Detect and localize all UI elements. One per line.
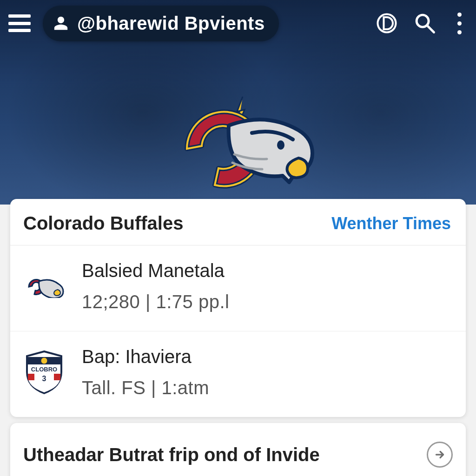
svg-rect-7 bbox=[54, 374, 60, 380]
team-name: Colorado Buffales bbox=[23, 213, 183, 234]
svg-text:3: 3 bbox=[42, 375, 46, 383]
row-meta: 12;280 | 1:75 pp.l bbox=[82, 291, 229, 312]
row-title: Bap: Ihaviera bbox=[82, 346, 209, 367]
team-logo bbox=[159, 93, 317, 200]
row-title: Balsied Manetala bbox=[82, 260, 229, 281]
search-icon[interactable] bbox=[412, 10, 438, 36]
svg-point-3 bbox=[277, 140, 284, 150]
search-text: @bharewid Bpvients bbox=[77, 13, 265, 34]
more-icon[interactable] bbox=[450, 13, 469, 34]
arrow-right-icon[interactable] bbox=[427, 442, 453, 468]
row-team-logo bbox=[23, 275, 65, 298]
top-bar: @bharewid Bpvients bbox=[0, 0, 476, 46]
menu-icon[interactable] bbox=[8, 14, 31, 32]
hero-banner: @bharewid Bpvients bbox=[0, 0, 476, 205]
person-icon bbox=[53, 15, 69, 31]
svg-line-2 bbox=[428, 26, 434, 33]
svg-point-1 bbox=[416, 15, 429, 27]
svg-rect-6 bbox=[28, 374, 34, 380]
wenther-times-link[interactable]: Wenther Times bbox=[331, 214, 451, 233]
row-text: Balsied Manetala 12;280 | 1:75 pp.l bbox=[82, 260, 229, 312]
card-header: Colorado Buffales Wenther Times bbox=[10, 199, 466, 245]
list-item[interactable]: CLOBRO 3 Bap: Ihaviera Tall. FS | 1:atm bbox=[10, 331, 466, 417]
row-shield-logo: CLOBRO 3 bbox=[23, 350, 65, 394]
svg-point-4 bbox=[41, 357, 47, 364]
team-card: Colorado Buffales Wenther Times Balsied … bbox=[10, 199, 466, 417]
search-input[interactable]: @bharewid Bpvients bbox=[43, 6, 279, 41]
app-root: @bharewid Bpvients bbox=[0, 0, 476, 476]
news-card[interactable]: Utheadar Butrat frip ond of Invide bbox=[10, 423, 466, 476]
shield-text: CLOBRO bbox=[31, 366, 57, 373]
row-meta: Tall. FS | 1:atm bbox=[82, 377, 209, 398]
row-text: Bap: Ihaviera Tall. FS | 1:atm bbox=[82, 346, 209, 398]
brand-d-icon[interactable] bbox=[374, 10, 400, 36]
list-item[interactable]: Balsied Manetala 12;280 | 1:75 pp.l bbox=[10, 245, 466, 331]
news-headline: Utheadar Butrat frip ond of Invide bbox=[23, 444, 320, 465]
